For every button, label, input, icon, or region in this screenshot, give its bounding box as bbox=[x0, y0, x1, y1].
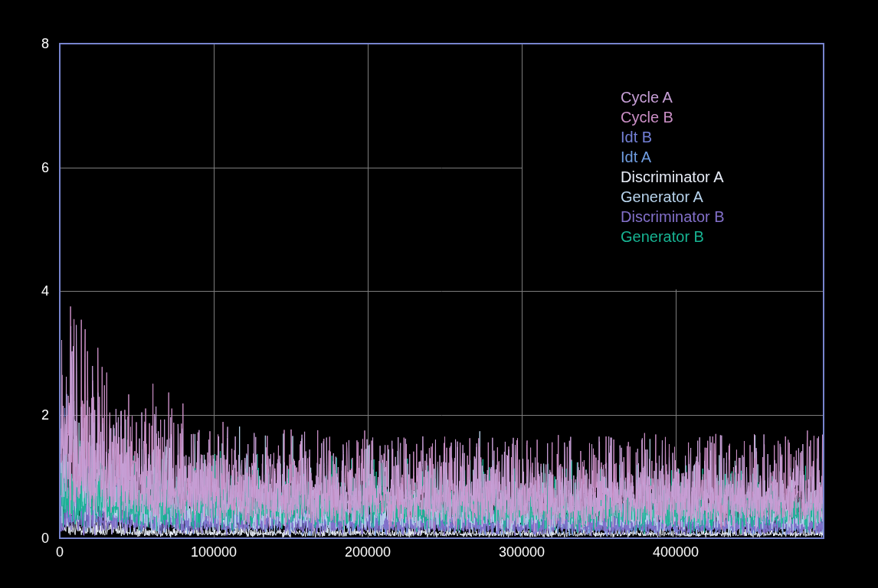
x-tick-label-400000: 400000 bbox=[653, 545, 699, 559]
legend-item-discriminator-a: Discriminator A bbox=[621, 167, 725, 187]
chart-legend: Cycle ACycle BIdt BIdt ADiscriminator AG… bbox=[621, 87, 725, 247]
y-tick-label-4: 4 bbox=[0, 284, 49, 298]
x-tick-label-200000: 200000 bbox=[345, 545, 391, 559]
legend-item-generator-b: Generator B bbox=[621, 227, 725, 247]
y-tick-label-0: 0 bbox=[0, 531, 49, 545]
y-tick-label-6: 6 bbox=[0, 161, 49, 175]
legend-item-idt-b: Idt B bbox=[621, 127, 725, 147]
legend-item-cycle-a: Cycle A bbox=[621, 87, 725, 107]
legend-item-cycle-b: Cycle B bbox=[621, 107, 725, 127]
x-tick-label-300000: 300000 bbox=[499, 545, 545, 559]
loss-curves-canvas bbox=[0, 0, 878, 588]
loss-chart-figure: 02468 0100000200000300000400000 Cycle AC… bbox=[0, 0, 878, 588]
legend-item-idt-a: Idt A bbox=[621, 147, 725, 167]
y-tick-label-8: 8 bbox=[0, 37, 49, 51]
legend-item-generator-a: Generator A bbox=[621, 187, 725, 207]
y-tick-label-2: 2 bbox=[0, 408, 49, 422]
legend-item-discriminator-b: Discriminator B bbox=[621, 207, 725, 227]
x-tick-label-0: 0 bbox=[56, 545, 64, 559]
x-tick-label-100000: 100000 bbox=[191, 545, 237, 559]
